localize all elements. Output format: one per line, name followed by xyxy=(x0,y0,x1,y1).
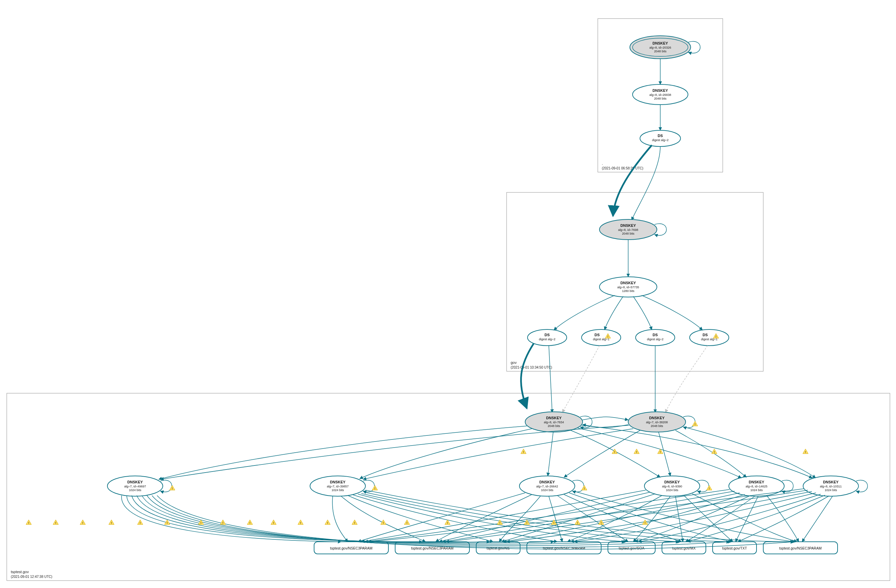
svg-text:!: ! xyxy=(273,521,274,524)
warning-icon: ! xyxy=(582,485,587,490)
rrset-nsec3param-1[interactable]: tsptest.gov/NSEC3PARAM xyxy=(314,542,389,554)
warning-icon: ! xyxy=(707,485,712,490)
svg-text:tsptest.gov/SOA: tsptest.gov/SOA xyxy=(619,546,645,550)
warning-icon: ! xyxy=(247,520,253,524)
node-t-zsk-3[interactable]: DNSKEY alg=7, id=26642 1024 bits xyxy=(520,476,575,496)
svg-text:!: ! xyxy=(407,521,408,524)
warning-icon: ! xyxy=(80,520,85,524)
warning-icon: ! xyxy=(692,421,698,426)
svg-text:!: ! xyxy=(375,487,376,490)
svg-text:DS: DS xyxy=(702,333,707,337)
svg-text:!: ! xyxy=(300,521,301,524)
svg-text:DNSKEY: DNSKEY xyxy=(330,480,346,484)
warning-icon: ! xyxy=(521,449,526,454)
warning-icon: ! xyxy=(712,449,717,454)
node-gov-ds4[interactable]: DS digest alg=1 ! xyxy=(690,330,729,346)
svg-text:!: ! xyxy=(660,450,661,454)
e-z4-r6 xyxy=(675,496,683,542)
e-b-z5 xyxy=(675,430,747,477)
node-t-ksk-a[interactable]: DNSKEY alg=8, id=7834 2048 bits xyxy=(525,412,582,432)
svg-text:DS: DS xyxy=(594,333,599,337)
svg-text:!: ! xyxy=(805,450,806,454)
warning-icon: ! xyxy=(325,520,330,524)
node-root-ksk[interactable]: DNSKEY alg=8, id=20326 2048 bits xyxy=(630,36,691,59)
e-govzsk-ds3 xyxy=(633,296,652,330)
node-t-zsk-2[interactable]: DNSKEY alg=7, id=39857 1024 bits xyxy=(310,476,366,496)
warning-icon: ! xyxy=(404,520,410,524)
warning-icon: ! xyxy=(220,520,226,524)
e-z1-r3 xyxy=(132,495,490,542)
e-z5-r7 xyxy=(736,496,758,542)
svg-text:!: ! xyxy=(527,521,527,524)
svg-text:DNSKEY: DNSKEY xyxy=(546,416,562,420)
node-gov-ds3[interactable]: DS digest alg=2 xyxy=(635,330,675,346)
node-gov-ksk[interactable]: DNSKEY alg=8, id=7698 2048 bits xyxy=(599,219,657,240)
node-t-zsk-6[interactable]: DNSKEY alg=8, id=10311 1024 bits xyxy=(803,476,858,496)
svg-text:DNSKEY: DNSKEY xyxy=(649,416,665,420)
e-z6-r4 xyxy=(574,493,816,542)
svg-text:DNSKEY: DNSKEY xyxy=(652,41,668,45)
warning-icon: ! xyxy=(169,485,175,490)
warning-icon: ! xyxy=(53,520,58,524)
svg-text:!: ! xyxy=(714,450,715,454)
svg-text:1280 bits: 1280 bits xyxy=(622,289,635,293)
e-b-z1 xyxy=(160,425,629,479)
svg-text:alg=8, id=57735: alg=8, id=57735 xyxy=(617,286,639,289)
dnssec-auth-graph: . (2021-09-01 06:58:29 UTC) gov (2021-09… xyxy=(0,0,896,588)
svg-text:alg=7, id=38208: alg=7, id=38208 xyxy=(646,421,668,424)
zone-label-tsptest: tsptest.gov xyxy=(11,570,29,574)
svg-text:alg=8, id=14625: alg=8, id=14625 xyxy=(746,485,768,488)
deleg-gov-tsptest xyxy=(521,343,533,409)
svg-text:DS: DS xyxy=(658,134,663,138)
svg-text:tsptest.gov/NSEC3PARAM: tsptest.gov/NSEC3PARAM xyxy=(330,546,372,550)
svg-text:1024 bits: 1024 bits xyxy=(541,488,553,492)
svg-text:alg=7, id=49697: alg=7, id=49697 xyxy=(124,485,146,488)
node-gov-zsk[interactable]: DNSKEY alg=8, id=57735 1280 bits xyxy=(599,277,657,297)
e-govzsk-ds4 xyxy=(642,295,702,330)
svg-text:1024 bits: 1024 bits xyxy=(666,488,678,492)
svg-text:2048 bits: 2048 bits xyxy=(654,97,667,100)
svg-text:!: ! xyxy=(645,521,646,524)
svg-text:!: ! xyxy=(695,422,696,426)
e-a-z3 xyxy=(548,432,553,476)
svg-text:alg=7, id=26642: alg=7, id=26642 xyxy=(536,485,558,488)
svg-text:DNSKEY: DNSKEY xyxy=(127,480,143,484)
node-t-ksk-b[interactable]: DNSKEY alg=7, id=38208 2048 bits xyxy=(628,412,686,432)
e-govzsk-ds2 xyxy=(605,296,623,330)
warning-icon: ! xyxy=(271,520,276,524)
e-ds2-tkskA xyxy=(562,346,599,412)
node-gov-ds2[interactable]: DS digest alg=1 ! xyxy=(582,330,621,346)
rrset-nsec3param-4[interactable]: tsptest.gov/NSEC3PARAM xyxy=(763,542,838,554)
e-z6-r8 xyxy=(802,496,832,542)
e-z2-r4 xyxy=(353,495,557,542)
zone-label-root: . xyxy=(602,161,603,166)
warning-icon: ! xyxy=(803,449,808,454)
svg-text:1024 bits: 1024 bits xyxy=(129,488,142,492)
svg-text:!: ! xyxy=(55,521,56,524)
edge-rootds-govksk-deleg xyxy=(613,145,652,216)
edge-rootds-govksk xyxy=(632,146,660,220)
svg-text:tsptest.gov/NSEC3PARAM: tsptest.gov/NSEC3PARAM xyxy=(543,546,585,550)
svg-text:!: ! xyxy=(327,521,328,524)
svg-text:digest alg=2: digest alg=2 xyxy=(652,138,669,142)
zone-ts-gov: (2021-09-01 10:34:50 UTC) xyxy=(510,366,552,369)
node-t-zsk-4[interactable]: DNSKEY alg=8, id=9390 1024 bits xyxy=(645,476,700,496)
svg-text:!: ! xyxy=(383,521,384,524)
svg-text:alg=7, id=39857: alg=7, id=39857 xyxy=(327,485,349,488)
svg-text:tsptest.gov/MX: tsptest.gov/MX xyxy=(672,546,695,550)
warning-icon: ! xyxy=(381,520,386,524)
node-root-ds[interactable]: DS digest alg=2 xyxy=(640,130,681,146)
zone-ts-root: (2021-09-01 06:58:29 UTC) xyxy=(602,166,643,170)
e-govzsk-ds1 xyxy=(554,295,615,330)
warning-icon: ! xyxy=(109,520,114,524)
node-gov-ds1[interactable]: DS digest alg=2 xyxy=(527,330,567,346)
svg-text:!: ! xyxy=(167,521,168,524)
node-root-zsk[interactable]: DNSKEY alg=8, id=26838 2048 bits xyxy=(632,84,688,105)
warning-icon: ! xyxy=(612,449,617,454)
svg-text:!: ! xyxy=(709,487,710,490)
svg-text:alg=8, id=26838: alg=8, id=26838 xyxy=(649,93,671,97)
warning-icon: ! xyxy=(137,520,143,524)
svg-text:!: ! xyxy=(500,521,500,524)
node-t-zsk-1[interactable]: DNSKEY alg=7, id=49697 1024 bits xyxy=(107,476,163,496)
rrset-txt[interactable]: tsptest.gov/TXT xyxy=(713,542,756,554)
